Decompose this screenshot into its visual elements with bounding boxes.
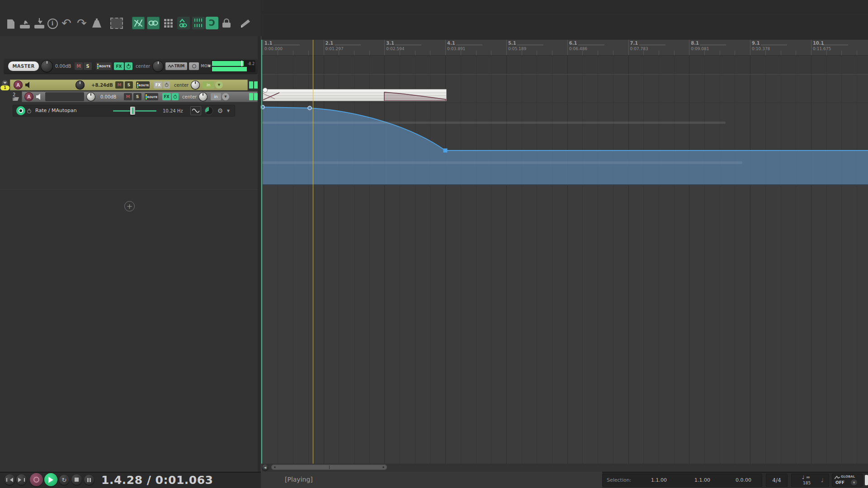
envelope-active-toggle[interactable] [16, 106, 25, 115]
track2-input-dropdown[interactable]: ▼ [222, 93, 229, 100]
track1-number-badge[interactable]: 1 [0, 85, 9, 90]
master-solo-button[interactable]: S [84, 62, 92, 70]
global-automation-box[interactable]: GLOBAL OFF ▼ [832, 474, 863, 487]
envelope-menu-caret-icon[interactable]: ▼ [225, 108, 231, 113]
grid-settings-icon[interactable] [162, 17, 175, 29]
redo-icon[interactable]: ↷ [75, 16, 89, 30]
selection-panel: Selection: 1.1.00 1.1.00 0.0.00 [602, 474, 762, 487]
item-envelope-handle[interactable] [263, 88, 268, 93]
envelope-mod-knob-button[interactable] [204, 106, 213, 115]
envelope-value-slider[interactable] [113, 105, 156, 117]
track1-solo-button[interactable]: S [125, 81, 133, 89]
master-pan-label[interactable]: center [136, 64, 150, 69]
master-label-button[interactable]: MASTER [8, 61, 39, 71]
track1-input-button[interactable]: in [203, 81, 214, 89]
envelope-point[interactable] [443, 149, 448, 153]
add-track-button[interactable]: + [124, 201, 135, 211]
meter-peak-line [241, 61, 242, 66]
master-fx-power-button[interactable] [125, 62, 132, 70]
track1-gain-value[interactable]: +8.24dB [91, 83, 113, 88]
track1-fx-button[interactable]: FX [154, 81, 162, 89]
track2-name-field[interactable] [45, 92, 84, 101]
metronome-note-icon[interactable]: ♩ [821, 477, 824, 483]
timeline-ruler[interactable] [261, 40, 868, 56]
lock-icon[interactable] [221, 17, 232, 29]
track2-solo-button[interactable]: S [133, 93, 142, 100]
stop-button[interactable] [71, 474, 82, 485]
track2-route-button[interactable]: ROUTE [145, 93, 158, 100]
track1-pan-label[interactable]: center [174, 83, 189, 88]
master-trim-button[interactable]: TRIM [165, 62, 187, 70]
track2-folder-icon[interactable] [12, 95, 20, 102]
track1-fx-power-button[interactable] [163, 81, 170, 89]
ripple-edit-icon[interactable]: Ɔ [206, 17, 218, 29]
master-meter[interactable]: -8.2 [211, 60, 255, 72]
automation-envelope[interactable] [261, 55, 868, 464]
hscroll-left-button[interactable]: ◀ [262, 465, 268, 470]
master-mono-button[interactable] [189, 62, 199, 70]
go-to-end-button[interactable] [16, 474, 27, 485]
selection-start-field[interactable]: 1.1.00 [651, 477, 667, 483]
track2-arm-button[interactable]: A [24, 92, 33, 101]
media-item[interactable] [263, 89, 447, 101]
hscroll-thumb[interactable] [271, 465, 387, 470]
auto-crossfade-icon[interactable] [177, 17, 190, 29]
track2-input-button[interactable]: in [211, 93, 221, 100]
track1-monitor-icon[interactable] [1, 80, 9, 86]
new-project-icon[interactable] [5, 18, 16, 30]
envelope-settings-gear-icon[interactable]: ⚙ [216, 107, 224, 115]
tempo-box[interactable]: ♩ = 185 ♩ [791, 474, 829, 487]
track1-volume-knob[interactable] [75, 80, 85, 89]
envelope-shape-button[interactable] [190, 106, 201, 115]
envelope-power-icon[interactable] [26, 108, 33, 114]
time-signature-box[interactable]: 4/4 [766, 474, 788, 487]
selection-length-field[interactable]: 0.0.00 [736, 477, 751, 483]
arrange-hscrollbar[interactable]: ◀ [261, 464, 868, 471]
master-pan-knob[interactable] [152, 61, 164, 72]
track1-name-field[interactable] [34, 81, 74, 89]
track2-fx-button[interactable]: FX [162, 93, 171, 100]
record-button[interactable] [30, 473, 43, 486]
go-to-start-button[interactable] [5, 474, 15, 485]
draw-pencil-icon[interactable] [239, 17, 252, 30]
track2-pan-label[interactable]: center [182, 94, 197, 99]
marquee-select-icon[interactable] [110, 17, 123, 29]
envelope-tool-icon[interactable] [132, 17, 145, 29]
save-icon[interactable] [33, 17, 45, 30]
master-gain-value[interactable]: 0.00dB [55, 64, 71, 69]
master-volume-knob[interactable] [41, 60, 53, 72]
track2-volume-knob[interactable] [86, 92, 95, 101]
pause-button[interactable] [84, 475, 94, 485]
envelope-point[interactable] [308, 106, 311, 110]
global-dropdown[interactable]: ▼ [851, 479, 857, 485]
track2-mute-button[interactable]: M [124, 93, 132, 100]
track2-speaker-icon[interactable] [35, 93, 43, 100]
undo-icon[interactable]: ↶ [60, 16, 73, 30]
track1-mute-button[interactable]: M [115, 81, 123, 89]
envelope-value-readout[interactable]: 10.24 Hz [163, 108, 183, 113]
master-route-button[interactable]: ROUTE [96, 62, 112, 70]
item-grouping-icon[interactable] [147, 17, 160, 29]
project-info-icon[interactable]: i [47, 18, 58, 29]
envelope-name-label[interactable]: Rate / MAutopan [35, 108, 77, 113]
track1-arm-button[interactable]: A [14, 80, 23, 89]
play-button[interactable] [44, 473, 57, 486]
transport-time-display[interactable]: 1.4.28 / 0:01.063 [101, 474, 213, 487]
track1-route-button[interactable]: ROUTE [136, 81, 150, 89]
render-icon[interactable] [19, 17, 31, 30]
track2-fx-power-button[interactable] [172, 93, 179, 100]
track1-input-dropdown[interactable]: ▼ [215, 81, 223, 89]
envelope-slider-handle[interactable] [130, 107, 135, 115]
snap-icon[interactable] [192, 17, 205, 29]
project-settings-icon[interactable] [90, 17, 103, 30]
track2-gain-value[interactable]: 0.00dB [100, 94, 116, 99]
track1-pan-knob[interactable] [191, 80, 200, 89]
repeat-button[interactable]: ↻ [59, 475, 69, 485]
track2-pan-knob[interactable] [198, 92, 208, 101]
tempo-value[interactable]: 185 [803, 481, 811, 485]
master-mute-button[interactable]: M [75, 62, 83, 70]
master-fx-button[interactable]: FX [114, 62, 124, 70]
track1-speaker-icon[interactable] [24, 81, 33, 89]
selection-end-field[interactable]: 1.1.00 [694, 477, 710, 483]
meter-dot [208, 65, 210, 67]
